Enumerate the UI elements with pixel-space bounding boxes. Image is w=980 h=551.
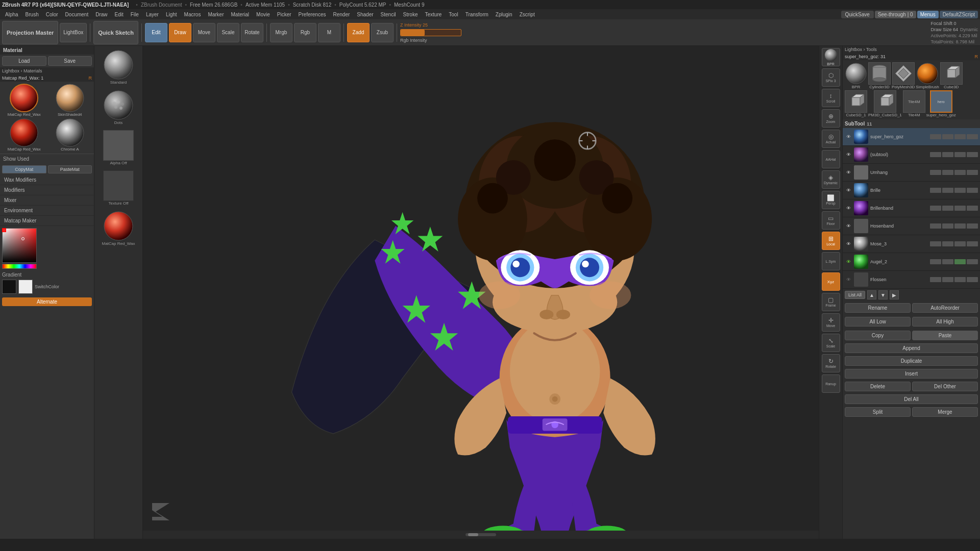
subtool-toggle2-augel2[interactable] [942, 259, 953, 264]
xyz-button[interactable]: Xyz [822, 272, 840, 291]
subtool-toggle1-superhero[interactable] [930, 134, 941, 139]
subtool-toggle2-hosenband[interactable] [942, 223, 953, 229]
subtool-toggle1-brillenband[interactable] [930, 206, 941, 211]
copy-button[interactable]: Copy [845, 331, 911, 340]
z-intensity-slider[interactable] [400, 29, 461, 36]
lightbox-button[interactable]: LightBox [60, 23, 87, 42]
mat-textureoff[interactable]: Texture Off [98, 169, 139, 207]
environment-item[interactable]: Environment [0, 206, 94, 216]
subtool-brillenband[interactable]: 👁 Brillenband [843, 199, 980, 217]
wax-modifiers-item[interactable]: Wax Modifiers [0, 175, 94, 185]
projection-master-button[interactable]: Projection Master [2, 21, 58, 44]
menu-file[interactable]: File [128, 11, 142, 18]
copy-mat-button[interactable]: CopyMat [2, 165, 46, 173]
matcap-maker-item[interactable]: Matcap Maker [0, 216, 94, 226]
tool-polymesh-thumb[interactable]: PolyMesh3D [892, 62, 915, 89]
tool-cubesd-thumb[interactable]: CubeSD_1 [845, 90, 867, 117]
quick-sketch-button[interactable]: Quick Sketch [93, 21, 138, 44]
menu-tool[interactable]: Tool [446, 11, 461, 18]
del-all-button[interactable]: Del All [845, 394, 978, 404]
mrgb-button[interactable]: Mrgb [270, 23, 292, 42]
subtool-toggle1-brille[interactable] [930, 188, 941, 193]
menu-stencil[interactable]: Stencil [378, 11, 399, 18]
subtool-toggle3-brillenband[interactable] [954, 206, 966, 211]
subtool-toggle1-purple[interactable] [930, 152, 941, 157]
menu-render[interactable]: Render [330, 11, 353, 18]
subtool-eye-umhang[interactable]: 👁 [845, 170, 852, 175]
m-button[interactable]: M [318, 23, 340, 42]
move-view-button[interactable]: ✛ Move [822, 313, 840, 332]
actual-button[interactable]: ◎ Actual [822, 130, 840, 148]
menu-layer[interactable]: Layer [143, 11, 162, 18]
duplicate-button[interactable]: Duplicate [845, 356, 978, 366]
insert-button[interactable]: Insert [845, 369, 978, 379]
subtool-toggle2-superhero[interactable] [942, 134, 953, 139]
menu-macros[interactable]: Macros [181, 11, 204, 18]
delete-button[interactable]: Delete [845, 382, 911, 391]
menu-zplugin[interactable]: Zplugin [493, 11, 516, 18]
menu-stroke[interactable]: Stroke [400, 11, 421, 18]
scale-button[interactable]: Scale [217, 23, 239, 42]
autoreorder-button[interactable]: AutoReorder [912, 303, 978, 313]
subtool-eye-brillenband[interactable]: 👁 [845, 206, 852, 211]
tool-bpr-thumb[interactable]: BPR [845, 62, 867, 89]
tool-cube-thumb[interactable]: Cube3D [940, 62, 963, 89]
subtool-toggle4-flossen[interactable] [967, 277, 978, 282]
edit-button[interactable]: Edit [145, 23, 167, 42]
subtool-umhang[interactable]: 👁 Umhang [843, 164, 980, 182]
list-all-button[interactable]: List All [845, 291, 865, 299]
mat-dots[interactable]: Dots [98, 88, 139, 127]
scroll-handle[interactable] [465, 533, 496, 536]
tool-pm3d-thumb[interactable]: PM3D_CubeSD_1 [868, 90, 902, 117]
white-color-swatch[interactable] [18, 280, 33, 294]
subtool-toggle4-purple[interactable] [967, 152, 978, 157]
menu-texture[interactable]: Texture [422, 11, 445, 18]
color-picker[interactable] [2, 228, 37, 263]
append-button[interactable]: Append [845, 343, 978, 353]
menu-preferences[interactable]: Preferences [296, 11, 329, 18]
zadd-button[interactable]: Zadd [347, 23, 370, 42]
mat-alphaoff[interactable]: Alpha Off [98, 129, 139, 167]
paste-button[interactable]: Paste [912, 331, 978, 340]
zoom-button[interactable]: ⊕ Zoom [822, 109, 840, 128]
subtool-toggle4-umhang[interactable] [967, 170, 978, 175]
move-button[interactable]: Move [193, 23, 215, 42]
menu-edit[interactable]: Edit [112, 11, 127, 18]
subtool-toggle1-mose3[interactable] [930, 241, 941, 246]
foreground-color-swatch[interactable] [2, 228, 6, 232]
all-low-button[interactable]: All Low [845, 317, 911, 327]
menu-movie[interactable]: Movie [253, 11, 273, 18]
dynamic-button[interactable]: ◈ Dynamic [822, 170, 840, 189]
material-section-header[interactable]: Material [0, 46, 94, 55]
subtool-toggle4-brillenband[interactable] [967, 206, 978, 211]
subtool-eye-brille[interactable]: 👁 [845, 188, 852, 193]
subtool-eye-superhero[interactable]: 👁 [845, 134, 852, 139]
modifiers-item[interactable]: Modifiers [0, 185, 94, 195]
subtool-toggle2-brille[interactable] [942, 188, 953, 193]
tool-tile4m-thumb[interactable]: Tile4M Tile4M [903, 90, 925, 117]
subtool-toggle2-purple[interactable] [942, 152, 953, 157]
rotate-button[interactable]: Rotate [241, 23, 263, 42]
arr-right-button[interactable]: ▶ [890, 290, 899, 299]
aahal-button[interactable]: AAHal [822, 150, 840, 168]
defaultzscript-button[interactable]: DefaultZScript [940, 11, 978, 18]
menu-zscript[interactable]: Zscript [517, 11, 538, 18]
subtool-toggle2-umhang[interactable] [942, 170, 953, 175]
lightbox-materials-breadcrumb[interactable]: Lightbox › Materials [0, 67, 94, 74]
subtool-eye-mose3[interactable]: 👁 [845, 241, 852, 246]
subtool-brille[interactable]: 👁 Brille [843, 182, 980, 199]
mat-redwax-list[interactable]: MatCap Red_Wax [98, 209, 139, 247]
scroll-button[interactable]: ↕ Scroll [822, 89, 840, 107]
merge-button[interactable]: Merge [912, 407, 978, 417]
load-button[interactable]: Load [2, 56, 46, 66]
subtool-toggle2-flossen[interactable] [942, 277, 953, 282]
subtool-toggle3-umhang[interactable] [954, 170, 966, 175]
subtool-toggle3-hosenband[interactable] [954, 223, 966, 229]
matcap-item-redwax2[interactable]: MatCap Red_Wax [2, 118, 46, 152]
quicksave-button[interactable]: QuickSave [841, 11, 874, 18]
subtool-toggle3-purple[interactable] [954, 152, 966, 157]
floor-button[interactable]: ▭ Floor [822, 211, 840, 230]
subtool-toggle1-hosenband[interactable] [930, 223, 941, 229]
tool-sphere-icon[interactable]: BPR [822, 48, 840, 66]
subtool-eye-purple[interactable]: 👁 [845, 152, 852, 157]
